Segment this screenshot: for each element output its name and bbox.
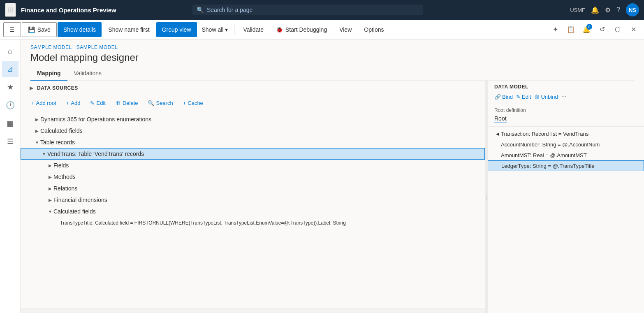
tree-item-relations[interactable]: ▶ Relations <box>21 183 485 194</box>
sidebar-item-home[interactable]: ⌂ <box>2 43 19 59</box>
tree-item-fields[interactable]: ▶ Fields <box>21 160 485 171</box>
open-in-new-icon[interactable]: ⬡ <box>610 22 625 37</box>
customize-icon[interactable]: ✦ <box>548 22 563 37</box>
sidebar: ⌂ ⊿ ★ 🕐 ▦ ☰ <box>0 39 21 313</box>
tree-item-methods[interactable]: ▶ Methods <box>21 171 485 183</box>
hamburger-icon: ☰ <box>9 26 15 33</box>
page-header: SAMPLE MODEL SAMPLE MODEL Model mapping … <box>21 39 644 81</box>
scroll-inner <box>21 308 485 309</box>
root-definition-value: Root <box>494 115 507 123</box>
sidebar-item-workspace[interactable]: ▦ <box>2 115 19 132</box>
main-content: SAMPLE MODEL SAMPLE MODEL Model mapping … <box>21 39 644 313</box>
panel-content: ▶ Dynamics 365 for Operations enumeratio… <box>21 112 485 308</box>
tree-item-calculated-fields[interactable]: ▶ Calculated fields <box>21 125 485 137</box>
root-definition-section: Root definition Root <box>488 104 644 127</box>
sidebar-item-filter[interactable]: ⊿ <box>2 61 19 77</box>
hamburger-button[interactable]: ☰ <box>3 22 21 37</box>
page-toolbar: ☰ 💾 Save Show details Show name first Gr… <box>0 20 644 39</box>
badge-icon[interactable]: 🔔 0 <box>579 22 594 37</box>
top-navigation: ⊞ Finance and Operations Preview 🔍 USMF … <box>0 0 644 20</box>
refresh-icon[interactable]: ↺ <box>595 22 609 37</box>
show-all-button[interactable]: Show all ▾ <box>198 22 232 37</box>
tree-item-calculated-fields-l3[interactable]: ▼ Calculated fields <box>21 206 485 217</box>
options-button[interactable]: Options <box>358 22 389 37</box>
bind-button[interactable]: 🔗 Bind <box>494 94 513 100</box>
grid-menu-icon[interactable]: ⊞ <box>5 3 16 17</box>
search-input[interactable] <box>207 7 419 13</box>
chevron-down-icon: ▾ <box>225 26 228 33</box>
sidebar-item-recent[interactable]: 🕐 <box>2 97 19 114</box>
save-icon: 💾 <box>28 26 35 33</box>
chevron-down-icon-3: ▼ <box>41 151 47 157</box>
tree-item-dynamics365[interactable]: ▶ Dynamics 365 for Operations enumeratio… <box>21 114 485 125</box>
tab-mapping[interactable]: Mapping <box>30 67 67 81</box>
chevron-right-icon-4: ▶ <box>47 174 53 180</box>
group-view-button[interactable]: Group view <box>156 22 197 37</box>
data-model-panel: DATA MODEL 🔗 Bind ✎ Edit 🗑 Unbind <box>488 81 644 313</box>
panel-header: ▶ DATA SOURCES <box>21 81 485 95</box>
panel-collapse-button[interactable]: ▶ <box>27 84 35 92</box>
dm-panel-title: DATA MODEL <box>494 84 637 90</box>
add-root-button[interactable]: + Add root <box>27 97 60 109</box>
delete-button[interactable]: 🗑 Delete <box>111 97 142 109</box>
show-details-button[interactable]: Show details <box>58 22 102 37</box>
add-button[interactable]: + Add <box>62 97 85 109</box>
chevron-right-icon-5: ▶ <box>47 185 53 192</box>
chevron-right-icon-2: ▶ <box>34 128 40 134</box>
splitter[interactable] <box>485 81 488 313</box>
dm-tree-item-transaction[interactable]: ◀ Transaction: Record list = VendTrans <box>488 128 644 139</box>
dm-edit-button[interactable]: ✎ Edit <box>516 94 531 100</box>
tree-item-vendtrans[interactable]: ▼ VendTrans: Table 'VendTrans' records <box>21 148 485 160</box>
pencil-icon-dm: ✎ <box>516 94 521 100</box>
dm-content: ◀ Transaction: Record list = VendTrans A… <box>488 127 644 313</box>
search-icon-2: 🔍 <box>148 100 154 106</box>
cache-icon: + <box>183 100 186 106</box>
tree-item-table-records[interactable]: ▼ Table records <box>21 137 485 148</box>
pencil-icon: ✎ <box>90 100 95 106</box>
dm-header: DATA MODEL 🔗 Bind ✎ Edit 🗑 Unbind <box>488 81 644 104</box>
close-icon[interactable]: ✕ <box>626 22 641 37</box>
chevron-down-icon-4: ▼ <box>47 208 53 215</box>
badge-count: 0 <box>586 24 592 30</box>
tree-item-transtypetitle[interactable]: ▶ TransTypeTitle: Calculated field = FIR… <box>21 217 485 229</box>
show-name-button[interactable]: Show name first <box>102 22 155 37</box>
dm-toolbar: 🔗 Bind ✎ Edit 🗑 Unbind ··· <box>494 93 637 100</box>
notification-icon[interactable]: 🔔 <box>591 6 599 14</box>
sidebar-item-list[interactable]: ☰ <box>2 133 19 150</box>
chevron-right-icon: ▶ <box>34 116 40 123</box>
trash-icon-dm: 🗑 <box>534 94 540 100</box>
view-button[interactable]: View <box>334 22 357 37</box>
search-button[interactable]: 🔍 Search <box>144 97 177 109</box>
dm-tree-item-account[interactable]: AccountNumber: String = @.AccountNum <box>488 139 644 150</box>
search-bar: 🔍 <box>192 5 423 15</box>
tree-item-financial-dimensions[interactable]: ▶ Financial dimensions <box>21 194 485 206</box>
tab-validations[interactable]: Validations <box>67 67 108 81</box>
notes-icon[interactable]: 📋 <box>563 22 578 37</box>
chevron-down-icon-2: ▼ <box>34 139 40 146</box>
sidebar-item-favorites[interactable]: ★ <box>2 79 19 95</box>
chevron-right-icon-6: ▶ <box>47 197 53 203</box>
root-definition-label: Root definition <box>494 107 637 113</box>
panel-title: DATA SOURCES <box>37 85 78 91</box>
settings-icon[interactable]: ⚙ <box>605 6 611 14</box>
toolbar-separator-1 <box>234 25 235 35</box>
chevron-right-icon-3: ▶ <box>47 162 53 169</box>
edit-button[interactable]: ✎ Edit <box>86 97 109 109</box>
help-icon[interactable]: ? <box>616 6 620 14</box>
save-button[interactable]: 💾 Save <box>22 22 57 37</box>
unbind-button[interactable]: 🗑 Unbind <box>534 94 558 100</box>
debug-icon: 🐞 <box>276 26 283 33</box>
horizontal-scrollbar[interactable] <box>21 308 485 313</box>
dm-tree-item-ledgertype[interactable]: LedgerType: String = @.TransTypeTitle <box>488 160 644 171</box>
nav-right-section: USMF 🔔 ⚙ ? NS <box>570 3 639 16</box>
app-title: Finance and Operations Preview <box>21 7 116 14</box>
avatar[interactable]: NS <box>626 3 639 16</box>
start-debugging-button[interactable]: 🐞 Start Debugging <box>270 22 333 37</box>
page-layout: ⌂ ⊿ ★ 🕐 ▦ ☰ SAMPLE MODEL SAMPLE MODEL Mo… <box>0 39 644 313</box>
more-options-button[interactable]: ··· <box>561 93 567 100</box>
panel-toolbar: + Add root + Add ✎ Edit 🗑 Delete <box>21 95 485 112</box>
dm-tree-item-amount[interactable]: AmountMST: Real = @.AmountMST <box>488 150 644 160</box>
validate-button[interactable]: Validate <box>237 22 269 37</box>
cache-button[interactable]: + Cache <box>179 97 207 109</box>
company-code: USMF <box>570 7 585 13</box>
